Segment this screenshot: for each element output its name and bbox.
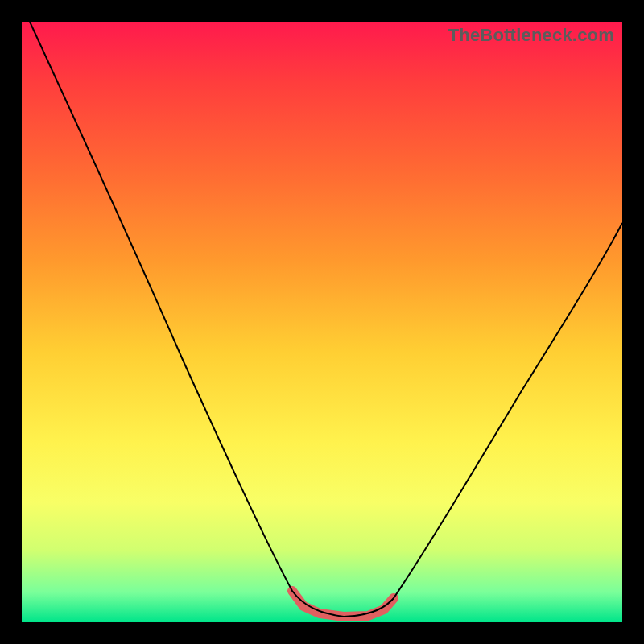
chart-frame: TheBottleneck.com [0, 0, 644, 644]
curve-svg [22, 22, 622, 622]
valley-highlight [292, 591, 394, 617]
bottleneck-curve [30, 22, 622, 617]
plot-area: TheBottleneck.com [22, 22, 622, 622]
watermark-text: TheBottleneck.com [448, 25, 614, 46]
